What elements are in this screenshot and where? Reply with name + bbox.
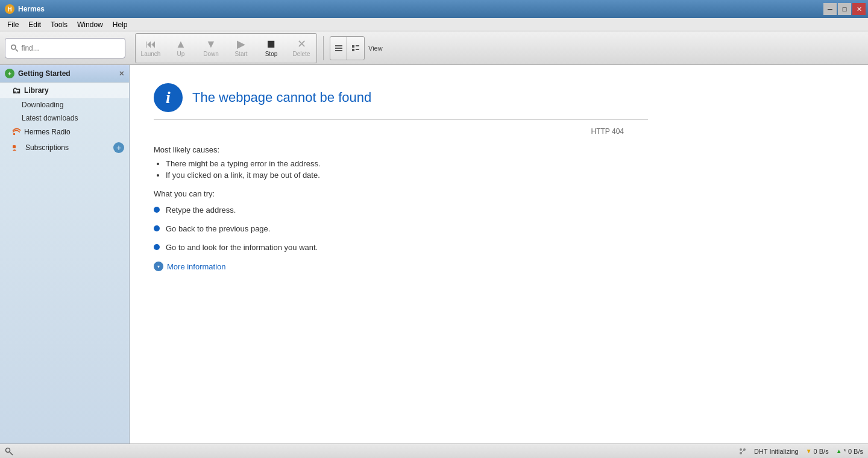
upload-speed: * 0 B/s: [844, 448, 863, 455]
option-3-dot: [154, 244, 160, 250]
toolbar: ⏮ Launch ▲ Up ▼ Down ▶ Start ⏹ Stop ✕ De…: [0, 31, 868, 65]
stop-button[interactable]: ⏹ Stop: [256, 34, 286, 63]
start-icon: ▶: [237, 39, 245, 49]
error-title: The webpage cannot be found: [192, 90, 371, 105]
getting-started-icon: +: [5, 69, 14, 78]
option-3-text: Go to and look for the information you w…: [166, 243, 318, 252]
sidebar-getting-started[interactable]: + Getting Started ✕: [0, 65, 129, 83]
upload-speed-display: ▲ * 0 B/s: [836, 448, 863, 455]
svg-point-9: [13, 133, 16, 136]
toolbar-separator: [323, 36, 324, 60]
subscriptions-label: Subscriptions: [25, 143, 69, 152]
menu-edit[interactable]: Edit: [24, 19, 46, 30]
error-header: i The webpage cannot be found: [154, 83, 648, 120]
down-button[interactable]: ▼ Down: [196, 34, 226, 63]
sidebar: + Getting Started ✕ 🗂 Library Downloadin…: [0, 65, 130, 444]
option-2-dot: [154, 225, 160, 231]
close-button[interactable]: ✕: [852, 3, 866, 15]
launch-button[interactable]: ⏮ Launch: [136, 34, 166, 63]
view-button-group: [330, 36, 365, 60]
subscriptions-icon: [12, 143, 22, 152]
content-area: i The webpage cannot be found HTTP 404 M…: [130, 65, 868, 444]
start-label: Start: [234, 51, 247, 57]
view-label: View: [368, 45, 383, 52]
view-detail-button[interactable]: [347, 37, 364, 60]
causes-list: There might be a typing error in the add…: [166, 159, 648, 180]
svg-rect-7: [352, 49, 354, 51]
latest-downloads-label: Latest downloads: [22, 114, 78, 122]
title-bar: H Hermes ─ □ ✕: [0, 0, 868, 18]
more-info-link[interactable]: ▾ More information: [154, 262, 648, 271]
magnifier-icon: [5, 447, 13, 456]
option-1-text: Retype the address.: [166, 205, 236, 215]
delete-label: Delete: [293, 51, 310, 57]
sidebar-item-library[interactable]: 🗂 Library: [0, 83, 129, 98]
option-2-text: Go back to the previous page.: [166, 224, 270, 233]
hermes-radio-icon: [12, 128, 20, 136]
start-button[interactable]: ▶ Start: [226, 34, 256, 63]
menu-help[interactable]: Help: [108, 19, 133, 30]
menu-bar: File Edit Tools Window Help: [0, 18, 868, 31]
upload-arrow-icon: ▲: [836, 448, 842, 454]
launch-label: Launch: [141, 51, 161, 57]
toolbar-button-group: ⏮ Launch ▲ Up ▼ Down ▶ Start ⏹ Stop ✕ De…: [135, 33, 317, 63]
minimize-button[interactable]: ─: [823, 3, 837, 15]
svg-point-16: [740, 448, 742, 451]
sidebar-item-latest-downloads[interactable]: Latest downloads: [0, 111, 129, 125]
downloading-label: Downloading: [22, 101, 63, 109]
try-label: What you can try:: [154, 189, 648, 198]
sidebar-item-subscriptions[interactable]: Subscriptions +: [0, 139, 129, 156]
dht-icon: [738, 447, 747, 456]
search-box: [5, 38, 125, 58]
list-view-icon: [335, 44, 343, 52]
status-bar: DHT Initializing ▼ 0 B/s ▲ * 0 B/s: [0, 444, 868, 458]
getting-started-label: Getting Started: [18, 69, 71, 78]
search-icon: [10, 43, 19, 53]
sidebar-item-hermes-radio[interactable]: Hermes Radio: [0, 125, 129, 139]
menu-window[interactable]: Window: [72, 19, 108, 30]
sidebar-item-downloading[interactable]: Downloading: [0, 98, 129, 111]
launch-icon: ⏮: [145, 39, 156, 49]
download-speed-display: ▼ 0 B/s: [806, 448, 829, 455]
svg-rect-5: [352, 45, 354, 48]
svg-line-12: [10, 452, 13, 455]
maximize-button[interactable]: □: [838, 3, 851, 15]
search-input[interactable]: [21, 44, 120, 52]
causes-label: Most likely causes:: [154, 145, 648, 154]
hermes-radio-label: Hermes Radio: [24, 128, 71, 136]
download-speed: 0 B/s: [814, 448, 829, 455]
up-label: Up: [177, 51, 185, 57]
stop-label: Stop: [265, 51, 278, 57]
window-controls: ─ □ ✕: [823, 3, 866, 15]
option-2: Go back to the previous page.: [154, 224, 648, 233]
menu-tools[interactable]: Tools: [46, 19, 72, 30]
svg-point-11: [6, 448, 10, 452]
close-getting-started-icon[interactable]: ✕: [119, 70, 124, 78]
view-list-button[interactable]: [330, 37, 347, 60]
delete-icon: ✕: [297, 39, 306, 49]
up-icon: ▲: [175, 39, 186, 49]
svg-rect-4: [335, 50, 342, 51]
library-icon: 🗂: [12, 86, 20, 95]
add-subscription-button[interactable]: +: [113, 142, 124, 153]
app-title: Hermes: [18, 5, 45, 13]
menu-file[interactable]: File: [2, 19, 24, 30]
svg-line-1: [16, 49, 18, 51]
cause-item-2: If you clicked on a link, it may be out …: [166, 171, 648, 180]
error-page: i The webpage cannot be found HTTP 404 M…: [130, 65, 672, 289]
delete-button[interactable]: ✕ Delete: [286, 34, 316, 63]
stop-icon: ⏹: [266, 39, 277, 49]
svg-rect-10: [13, 145, 16, 148]
status-bar-right: DHT Initializing ▼ 0 B/s ▲ * 0 B/s: [738, 447, 863, 456]
svg-rect-6: [356, 45, 359, 46]
detail-view-icon: [351, 44, 360, 52]
option-3: Go to and look for the information you w…: [154, 243, 648, 252]
cause-item-1: There might be a typing error in the add…: [166, 159, 648, 168]
option-1-dot: [154, 207, 160, 213]
option-1: Retype the address.: [154, 205, 648, 215]
up-button[interactable]: ▲ Up: [166, 34, 196, 63]
down-icon: ▼: [206, 39, 216, 49]
down-label: Down: [203, 51, 219, 57]
library-label: Library: [24, 86, 49, 95]
svg-point-0: [11, 45, 16, 49]
